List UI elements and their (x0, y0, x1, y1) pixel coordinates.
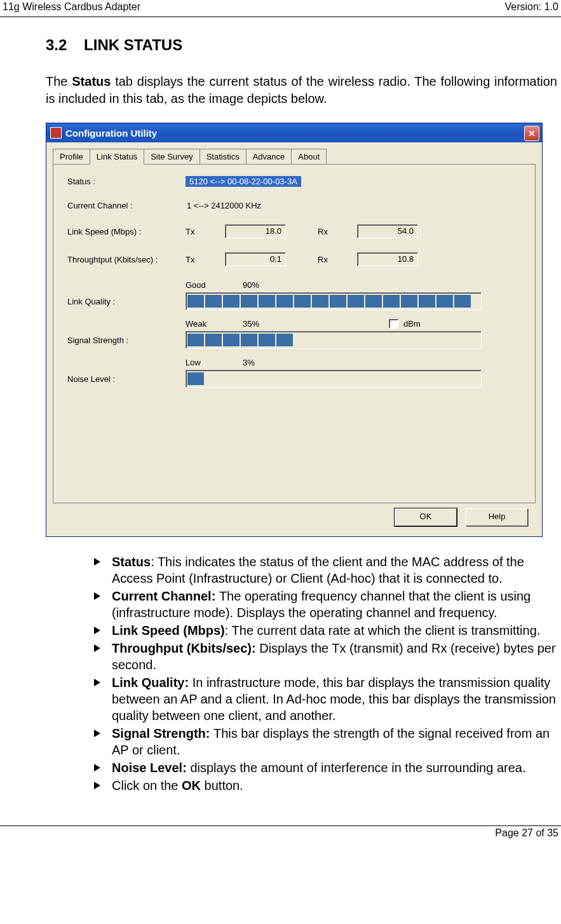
list-item: Noise Level: displays the amount of inte… (89, 759, 557, 776)
channel-value: 1 <--> 2412000 KHz (186, 201, 261, 210)
linkquality-bar (186, 292, 482, 310)
doc-title: 11g Wireless Cardbus Adapter (3, 1, 140, 13)
dbm-checkbox[interactable] (389, 319, 398, 329)
tx-label-2: Tx (186, 255, 211, 264)
bullet-list: Status: This indicates the status of the… (46, 554, 557, 794)
linkquality-label: Link Quality : (67, 297, 186, 306)
page-header: 11g Wireless Cardbus Adapter Version: 1.… (0, 0, 561, 17)
signal-bar (186, 331, 482, 349)
list-item: Current Channel: The operating frequency… (89, 588, 557, 621)
intro-paragraph: The Status tab displays the current stat… (46, 73, 557, 107)
titlebar: Configuration Utility ✕ (46, 123, 542, 142)
tab-advance[interactable]: Advance (246, 149, 292, 165)
list-item: Link Speed (Mbps): The current data rate… (89, 622, 557, 639)
throughput-tx-value: 0.1 (225, 252, 286, 266)
linkspeed-label: Link Speed (Mbps) : (67, 227, 186, 236)
section-number: 3.2 (46, 36, 67, 53)
help-button[interactable]: Help (466, 508, 528, 526)
tx-label: Tx (186, 227, 211, 236)
ss-pct: 35% (243, 319, 281, 329)
linkspeed-tx-value: 18.0 (225, 224, 286, 238)
tab-statistics[interactable]: Statistics (199, 149, 247, 165)
lq-word: Good (186, 280, 243, 290)
section-heading: 3.2 LINK STATUS (46, 36, 557, 54)
list-item: Signal Strength: This bar displays the s… (89, 725, 557, 758)
rx-label-2: Rx (318, 255, 343, 264)
noise-label: Noise Level : (67, 374, 186, 384)
noise-bar (186, 370, 482, 388)
status-value: 5120 <--> 00-08-22-00-03-3A (186, 176, 301, 187)
page-footer: Page 27 of 35 (0, 825, 561, 840)
rx-label: Rx (318, 227, 343, 236)
nl-word: Low (186, 358, 243, 367)
channel-label: Current Channel : (67, 201, 186, 210)
throughput-rx-value: 10.8 (357, 252, 418, 266)
app-icon (50, 127, 62, 139)
dialog-title: Configuration Utility (65, 128, 157, 139)
ss-word: Weak (186, 319, 243, 329)
doc-version: Version: 1.0 (505, 1, 559, 13)
tab-site-survey[interactable]: Site Survey (144, 149, 199, 165)
list-item: Click on the OK button. (89, 777, 557, 794)
nl-pct: 3% (243, 358, 281, 367)
status-label: Status : (67, 177, 186, 186)
list-item: Throughput (Kbits/sec): Displays the Tx … (89, 640, 557, 673)
tab-about[interactable]: About (291, 149, 327, 165)
tab-profile[interactable]: Profile (53, 149, 90, 165)
tab-link-status[interactable]: Link Status (90, 149, 144, 165)
linkspeed-rx-value: 54.0 (357, 224, 418, 238)
list-item: Link Quality: In infrastructure mode, th… (89, 674, 557, 724)
section-title: LINK STATUS (84, 36, 182, 53)
config-utility-dialog: Configuration Utility ✕ Profile Link Sta… (46, 123, 543, 537)
page-number: Page 27 of 35 (495, 827, 558, 838)
lq-pct: 90% (243, 280, 281, 290)
throughput-label: Throughtput (Kbits/sec) : (67, 255, 186, 264)
close-icon[interactable]: ✕ (524, 126, 539, 141)
list-item: Status: This indicates the status of the… (89, 554, 557, 587)
ok-button[interactable]: OK (395, 508, 457, 526)
dbm-label: dBm (403, 319, 421, 329)
signal-label: Signal Strength : (67, 336, 186, 345)
